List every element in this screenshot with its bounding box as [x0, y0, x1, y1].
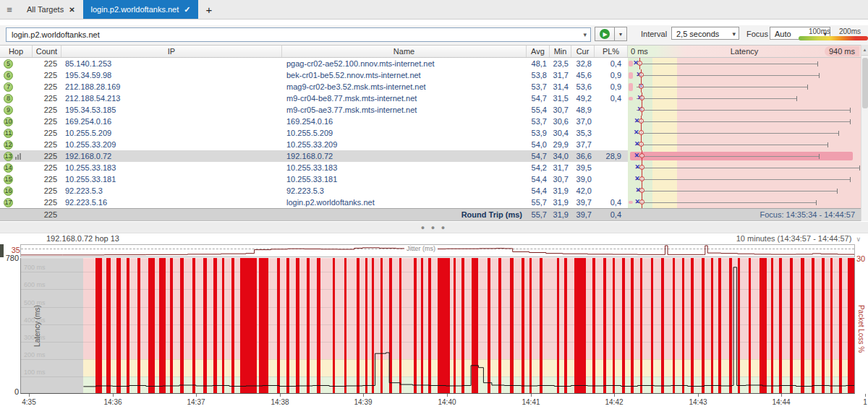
table-scrollbar[interactable]: ▲ [861, 45, 868, 221]
latency-range-line [637, 202, 816, 203]
table-row[interactable]: 1722592.223.5.16login.p2.worldoftanks.ne… [0, 197, 861, 208]
cell-count: 225 [33, 197, 61, 208]
latency-range-line [637, 75, 819, 76]
latency-range-line [637, 145, 827, 145]
col-name[interactable]: Name [282, 46, 527, 57]
hop-badge: 5 [4, 59, 13, 69]
cell-ip: 92.223.5.3 [61, 185, 282, 197]
hop-badge: 13 [4, 152, 13, 161]
cell-avg: 54,2 [527, 162, 550, 173]
table-row[interactable]: 9225195.34.53.185m9-cr05-ae3.77.msk.mts-… [0, 104, 861, 116]
cell-min: 30,7 [550, 104, 571, 116]
play-button[interactable]: ▶ [595, 27, 615, 41]
avg-latency-marker [639, 142, 644, 147]
tab-all-targets[interactable]: All Targets ✕ [19, 0, 83, 19]
table-row[interactable]: 7225212.188.28.169mag9-cr02-be3.52.msk.m… [0, 81, 861, 92]
table-body: 522585.140.1.253pgag-cr02-ae52.100.nnov.… [0, 58, 861, 208]
latency-whisker-cell: ✕ [628, 116, 861, 127]
bar-chart-icon [15, 153, 21, 160]
table-row[interactable]: 1522510.255.33.18110.255.33.18154,430,73… [0, 173, 861, 185]
cell-cur: 39,7 [571, 197, 595, 208]
table-row[interactable]: 6225195.34.59.98bek-cr01-be5.52.nnov.mts… [0, 69, 861, 81]
add-tab-icon[interactable]: + [198, 0, 219, 19]
cell-ip: 212.188.54.213 [61, 92, 282, 104]
cell-pl [595, 162, 628, 173]
table-row[interactable]: 13225192.168.0.72192.168.0.7254,734,036,… [0, 150, 861, 162]
latency-range-line [637, 191, 837, 191]
interval-select[interactable]: 2,5 seconds ▾ [671, 27, 739, 40]
cell-cur: 49,2 [571, 92, 595, 104]
check-icon: ✓ [184, 5, 190, 14]
table-row[interactable]: 1122510.255.5.20910.255.5.20953,930,435,… [0, 127, 861, 139]
cell-ip: 10.255.5.209 [61, 127, 282, 139]
hop-badge: 15 [4, 175, 13, 184]
latency-line [21, 258, 854, 394]
table-row[interactable]: 8225212.188.54.213m9-cr04-be8.77.msk.mts… [0, 92, 861, 104]
play-options-chevron-icon[interactable]: ▾ [615, 27, 627, 41]
cell-avg: 55,4 [527, 104, 550, 116]
cell-name: 192.168.0.72 [282, 150, 527, 162]
tab-active-target[interactable]: login.p2.worldoftanks.net ✓ [83, 0, 199, 19]
time-tick-label: 14:44 [765, 398, 797, 406]
cell-count: 225 [33, 81, 61, 92]
table-footer: 225 Round Trip (ms) 55,7 31,9 39,7 0,4 F… [0, 208, 861, 221]
scroll-up-arrow-icon[interactable]: ▲ [861, 45, 868, 56]
hop-badge: 6 [4, 71, 13, 80]
time-axis: 4:3514:3614:3714:3814:3914:4014:4114:421… [0, 394, 868, 409]
table-row[interactable]: 1222510.255.33.20910.255.33.20954,029,93… [0, 139, 861, 150]
cell-name: 10.255.5.209 [282, 127, 527, 139]
avg-latency-marker [639, 188, 644, 193]
latency-range-line [637, 133, 838, 134]
latency-whisker-cell: ✕ [628, 69, 861, 81]
col-min[interactable]: Min [550, 46, 571, 57]
interval-label: Interval [641, 30, 667, 38]
table-row[interactable]: 522585.140.1.253pgag-cr02-ae52.100.nnov.… [0, 58, 861, 69]
focus-value: Auto [775, 30, 791, 38]
cell-count: 225 [33, 69, 61, 81]
pingplotter-window: Keep an eye on VoIP connection jitter. U… [0, 0, 868, 409]
hop-badge: 17 [4, 198, 13, 207]
cell-name: 10.255.33.181 [282, 173, 527, 185]
table-row[interactable]: 10225169.254.0.16169.254.0.1653,730,637,… [0, 116, 861, 127]
col-cur[interactable]: Cur [571, 46, 595, 57]
chevron-down-icon: ▾ [732, 27, 736, 40]
avg-latency-marker [639, 176, 644, 181]
col-count[interactable]: Count [33, 46, 61, 57]
pane-splitter[interactable]: ● ● ● [0, 222, 868, 233]
scrollbar-thumb[interactable] [862, 58, 868, 108]
cell-min: 23,5 [550, 58, 571, 69]
latency-range-line [637, 98, 796, 99]
close-icon[interactable]: ✕ [69, 6, 75, 14]
cell-min: 29,9 [550, 139, 571, 150]
menu-icon[interactable]: ≡ [0, 0, 19, 19]
current-latency-marker: ✕ [634, 152, 640, 160]
latency-scale-title: Latency [731, 47, 759, 56]
time-tick-label: 1 [849, 398, 868, 406]
col-ip[interactable]: IP [61, 46, 282, 57]
max-latency-whisker [850, 119, 851, 124]
graph-range-selector[interactable]: 10 minutes (14:34:57 - 14:44:57) ∨ [736, 234, 861, 243]
jitter-label: Jitter (ms) [404, 246, 438, 252]
col-latency[interactable]: 0 ms Latency 940 ms [628, 46, 861, 57]
latency-whisker-cell: ✕ [628, 197, 861, 208]
table-row[interactable]: 1422510.255.33.18310.255.33.18354,231,73… [0, 162, 861, 173]
latency-range-line [637, 168, 859, 168]
col-hop[interactable]: Hop [0, 46, 33, 57]
cell-name: bek-cr01-be5.52.nnov.mts-internet.net [282, 69, 527, 81]
max-latency-whisker [837, 189, 838, 194]
time-tick-label: 14:38 [264, 398, 296, 406]
cell-name: m9-cr05-ae3.77.msk.mts-internet.net [282, 104, 527, 116]
col-avg[interactable]: Avg [527, 46, 550, 57]
table-row[interactable]: 1622592.223.5.392.223.5.354,431,942,0✕ [0, 185, 861, 197]
cell-min: 30,7 [550, 173, 571, 185]
col-pl[interactable]: PL% [595, 46, 628, 57]
latency-range-line [637, 156, 819, 157]
chevron-down-icon[interactable]: ▾ [583, 28, 587, 41]
cell-count: 225 [33, 185, 61, 197]
cell-ip: 212.188.28.169 [61, 81, 282, 92]
hop-badge: 10 [4, 117, 13, 126]
cell-count: 225 [33, 139, 61, 150]
target-input[interactable]: login.p2.worldoftanks.net ▾ [6, 27, 591, 42]
time-tick-label: 14:37 [180, 398, 212, 406]
cell-avg: 54,0 [527, 139, 550, 150]
